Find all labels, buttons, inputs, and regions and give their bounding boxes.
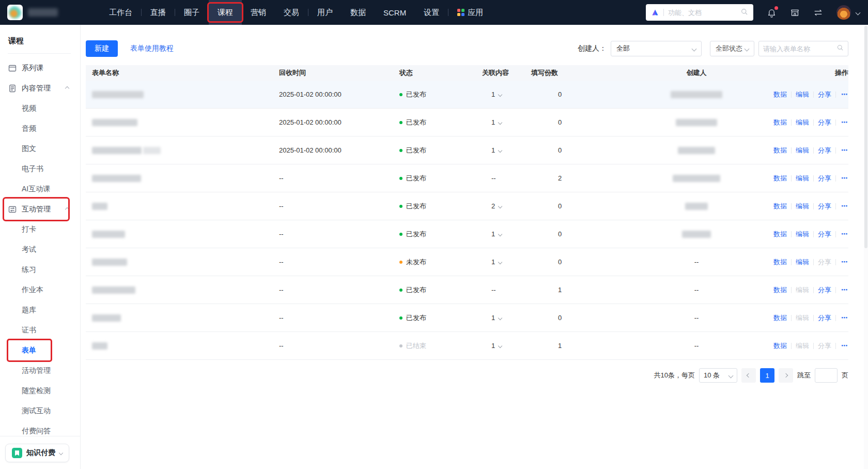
sidebar-item-AI互动课[interactable]: AI互动课 [0, 179, 80, 199]
edit-action-link[interactable]: 编辑 [796, 174, 809, 183]
avatar[interactable] [836, 5, 851, 20]
more-actions-button[interactable]: ⋯ [841, 118, 848, 126]
scrollbar-thumb[interactable] [864, 26, 867, 248]
nav-item-11[interactable]: 应用 [448, 0, 492, 25]
search-icon[interactable] [740, 8, 748, 18]
more-actions-button[interactable]: ⋯ [841, 342, 848, 350]
edit-action-link[interactable]: 编辑 [796, 90, 809, 99]
form-name-search-box[interactable] [758, 41, 848, 56]
more-actions-button[interactable]: ⋯ [841, 286, 848, 294]
product-switcher[interactable]: 知识付费 [5, 444, 69, 462]
nav-item-2[interactable]: 直播 [142, 0, 175, 25]
sidebar-item-练习[interactable]: 练习 [0, 260, 80, 280]
switch-shop-icon[interactable] [813, 8, 823, 18]
page-scrollbar[interactable] [864, 25, 868, 469]
nav-item-3[interactable]: 圈子 [175, 0, 208, 25]
related-expand-chevron-icon[interactable] [498, 148, 502, 152]
nav-item-7[interactable]: 用户 [308, 0, 342, 25]
sidebar-item-证书[interactable]: 证书 [0, 320, 80, 340]
related-expand-chevron-icon[interactable] [498, 315, 502, 320]
nav-item-1[interactable]: 工作台 [100, 0, 141, 25]
sidebar-item-测试互动[interactable]: 测试互动 [0, 401, 80, 421]
share-action-link[interactable]: 分享 [818, 230, 831, 239]
search-icon[interactable] [836, 44, 844, 53]
status-filter-select[interactable]: 全部状态 [710, 41, 754, 56]
sidebar-item-视频[interactable]: 视频 [0, 98, 80, 118]
data-action-link[interactable]: 数据 [773, 258, 787, 267]
data-action-link[interactable]: 数据 [773, 285, 787, 295]
account-chevron-down-icon[interactable] [856, 10, 861, 15]
nav-item-5[interactable]: 营销 [242, 0, 275, 25]
sidebar-item-表单[interactable]: 表单 [0, 340, 80, 360]
data-action-link[interactable]: 数据 [773, 230, 787, 239]
more-actions-button[interactable]: ⋯ [841, 146, 848, 154]
related-expand-chevron-icon[interactable] [498, 232, 502, 236]
sidebar-item-互动管理[interactable]: 互动管理 [0, 199, 80, 219]
sidebar-item-电子书[interactable]: 电子书 [0, 159, 80, 179]
data-action-link[interactable]: 数据 [773, 202, 787, 211]
sidebar-item-打卡[interactable]: 打卡 [0, 219, 80, 239]
edit-action-link[interactable]: 编辑 [796, 146, 809, 155]
edit-action-link[interactable]: 编辑 [796, 230, 809, 239]
sidebar-item-图文[interactable]: 图文 [0, 139, 80, 159]
data-action-link[interactable]: 数据 [773, 313, 787, 323]
nav-item-9[interactable]: SCRM [375, 0, 415, 25]
sidebar-item-音频[interactable]: 音频 [0, 118, 80, 139]
notification-bell-icon[interactable] [767, 8, 777, 18]
sidebar-item-活动管理[interactable]: 活动管理 [0, 360, 80, 381]
form-tutorial-link[interactable]: 表单使用教程 [130, 44, 174, 53]
form-name-cell [86, 203, 279, 210]
data-action-link[interactable]: 数据 [773, 341, 787, 351]
chevron-up-icon[interactable] [65, 86, 69, 90]
next-page-button[interactable] [779, 368, 793, 383]
more-actions-button[interactable]: ⋯ [841, 314, 848, 322]
sidebar-item-内容管理[interactable]: 内容管理 [0, 78, 80, 98]
jump-page-input[interactable] [815, 368, 838, 383]
sidebar-item-题库[interactable]: 题库 [0, 300, 80, 320]
related-expand-chevron-icon[interactable] [498, 343, 502, 347]
prev-page-button[interactable] [741, 368, 756, 383]
share-action-link[interactable]: 分享 [818, 146, 831, 155]
creator-filter-select[interactable]: 全部 [611, 41, 702, 56]
header-search-input[interactable] [668, 9, 736, 17]
more-actions-button[interactable]: ⋯ [841, 90, 848, 98]
sidebar-item-作业本[interactable]: 作业本 [0, 280, 80, 300]
related-expand-chevron-icon[interactable] [498, 92, 502, 96]
edit-action-link[interactable]: 编辑 [796, 118, 809, 127]
nav-item-8[interactable]: 数据 [342, 0, 375, 25]
more-actions-button[interactable]: ⋯ [841, 202, 848, 210]
nav-item-4[interactable]: 课程 [209, 0, 242, 25]
data-action-link[interactable]: 数据 [773, 118, 787, 127]
edit-action-link[interactable]: 编辑 [796, 202, 809, 211]
related-expand-chevron-icon[interactable] [498, 120, 502, 124]
edit-action-link[interactable]: 编辑 [796, 258, 809, 267]
sidebar-item-系列课[interactable]: 系列课 [0, 58, 80, 78]
nav-item-10[interactable]: 设置 [415, 0, 448, 25]
share-action-link[interactable]: 分享 [818, 118, 831, 127]
share-action-link[interactable]: 分享 [818, 313, 831, 323]
share-action-link[interactable]: 分享 [818, 90, 831, 99]
create-form-button[interactable]: 新建 [86, 40, 118, 57]
chevron-up-icon[interactable] [65, 207, 69, 211]
more-actions-button[interactable]: ⋯ [841, 174, 848, 182]
related-expand-chevron-icon[interactable] [498, 204, 502, 208]
share-action-link[interactable]: 分享 [818, 174, 831, 183]
more-actions-button[interactable]: ⋯ [841, 258, 848, 266]
share-action-link[interactable]: 分享 [818, 285, 831, 295]
sidebar-item-付费问答[interactable]: 付费问答 [0, 421, 80, 436]
form-name-search-input[interactable] [763, 45, 833, 53]
current-page-button[interactable]: 1 [760, 368, 774, 383]
nav-item-6[interactable]: 交易 [275, 0, 308, 25]
sidebar-item-随堂检测[interactable]: 随堂检测 [0, 381, 80, 401]
share-action-link[interactable]: 分享 [818, 202, 831, 211]
data-action-link[interactable]: 数据 [773, 90, 787, 99]
data-action-link[interactable]: 数据 [773, 146, 787, 155]
data-action-link[interactable]: 数据 [773, 174, 787, 183]
store-icon[interactable] [790, 8, 800, 18]
related-expand-chevron-icon[interactable] [498, 260, 502, 264]
page-size-select[interactable]: 10 条 [699, 368, 737, 383]
more-actions-button[interactable]: ⋯ [841, 230, 848, 238]
header-search-box[interactable] [646, 4, 753, 21]
sidebar-item-考试[interactable]: 考试 [0, 239, 80, 260]
workspace-logo[interactable] [7, 5, 23, 20]
